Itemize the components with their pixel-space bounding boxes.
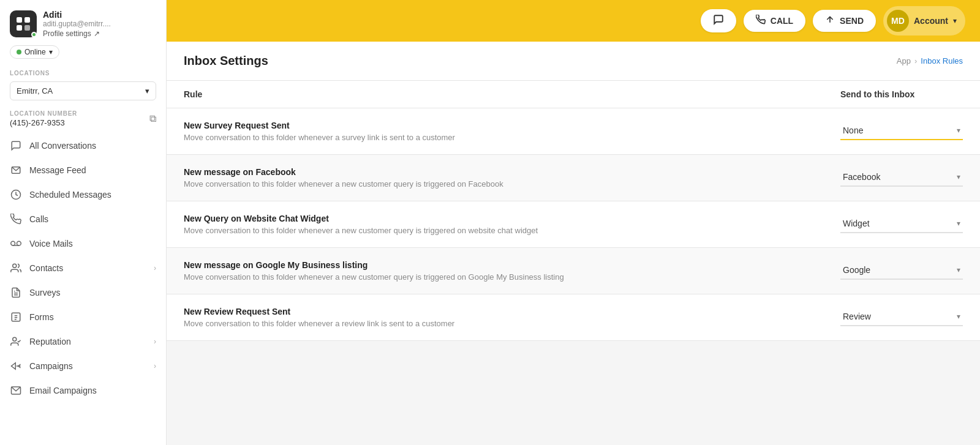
- content-area: Inbox Settings App › Inbox Rules Rule Se…: [167, 42, 980, 445]
- sidebar-item-label: Reputation: [29, 337, 71, 346]
- location-number-label: LOCATION NUMBER: [10, 110, 77, 117]
- status-chevron: ▾: [49, 48, 53, 56]
- sidebar-item-contacts[interactable]: Contacts ›: [0, 256, 166, 280]
- voicemail-icon: [10, 237, 22, 250]
- sidebar-item-scheduled-messages[interactable]: Scheduled Messages: [0, 182, 166, 207]
- rule-desc: Move conversation to this folder wheneve…: [184, 226, 840, 235]
- profile-name: Aditi: [43, 10, 111, 20]
- phone-btn-icon: [756, 15, 766, 27]
- chevron-down-icon: ▾: [957, 312, 960, 321]
- chevron-right-icon: ›: [154, 362, 156, 370]
- campaigns-icon: [10, 360, 22, 372]
- sidebar-item-label: Scheduled Messages: [29, 190, 111, 200]
- sidebar-item-label: Contacts: [29, 263, 63, 273]
- rule-select-wrapper: Google ▾: [840, 263, 963, 280]
- phone-icon: [10, 213, 22, 225]
- svg-marker-17: [12, 363, 16, 370]
- inbox-select-review[interactable]: Review ▾: [840, 309, 963, 326]
- chevron-down-icon: ▾: [957, 219, 960, 228]
- chat-icon: [10, 140, 22, 152]
- rule-info: New message on Google My Business listin…: [184, 260, 840, 282]
- call-btn-label: CALL: [771, 16, 793, 26]
- svg-point-6: [11, 241, 15, 245]
- table-row: New Review Request Sent Move conversatio…: [167, 294, 980, 341]
- clock-icon: [10, 189, 22, 201]
- sidebar-item-surveys[interactable]: Surveys: [0, 280, 166, 305]
- email-icon: [10, 384, 22, 397]
- chevron-right-icon: ›: [154, 337, 156, 346]
- svg-point-7: [17, 241, 21, 245]
- status-dot: [17, 50, 21, 54]
- sidebar-item-forms[interactable]: Forms: [0, 305, 166, 329]
- account-chevron-icon: ▾: [953, 17, 957, 25]
- copy-icon[interactable]: ⧉: [149, 113, 156, 124]
- topbar: CALL SEND MD Account ▾: [167, 0, 980, 42]
- breadcrumb-app: App: [897, 56, 911, 65]
- sidebar-item-email-campaigns[interactable]: Email Campaigns: [0, 378, 166, 403]
- sidebar-item-campaigns[interactable]: Campaigns ›: [0, 354, 166, 378]
- online-indicator: [31, 32, 37, 37]
- profile-settings-link[interactable]: Profile settings ↗: [43, 29, 111, 38]
- send-btn-label: SEND: [840, 16, 864, 26]
- call-button[interactable]: CALL: [744, 10, 805, 32]
- account-menu[interactable]: MD Account ▾: [883, 6, 965, 36]
- svg-rect-1: [24, 17, 30, 23]
- svg-point-16: [13, 337, 17, 341]
- forms-icon: [10, 311, 22, 323]
- account-avatar: MD: [887, 10, 909, 32]
- rule-desc: Move conversation to this folder wheneve…: [184, 319, 840, 328]
- chevron-down-icon: ▾: [957, 173, 960, 181]
- svg-rect-3: [24, 25, 30, 31]
- inbox-select-facebook[interactable]: Facebook ▾: [840, 170, 963, 187]
- select-value: None: [843, 125, 863, 135]
- breadcrumb-separator: ›: [914, 56, 917, 65]
- inbox-select-none[interactable]: None ▾: [840, 123, 963, 140]
- inbox-select-google[interactable]: Google ▾: [840, 263, 963, 280]
- rule-info: New Survey Request Sent Move conversatio…: [184, 121, 840, 142]
- account-label: Account: [914, 16, 948, 26]
- sidebar-item-voice-mails[interactable]: Voice Mails: [0, 231, 166, 256]
- sidebar-item-label: Email Campaigns: [29, 386, 97, 395]
- location-dropdown[interactable]: Emitrr, CA ▾: [10, 81, 156, 100]
- page-title: Inbox Settings: [184, 54, 268, 68]
- rule-info: New message on Facebook Move conversatio…: [184, 167, 840, 189]
- table-row: New message on Google My Business listin…: [167, 248, 980, 294]
- rule-desc: Move conversation to this folder wheneve…: [184, 179, 840, 189]
- rule-name: New Query on Website Chat Widget: [184, 214, 840, 223]
- sidebar-item-calls[interactable]: Calls: [0, 207, 166, 231]
- send-button[interactable]: SEND: [813, 10, 876, 32]
- status-label: Online: [24, 48, 46, 56]
- rule-select-wrapper: Facebook ▾: [840, 170, 963, 187]
- breadcrumb-current: Inbox Rules: [921, 56, 963, 65]
- contacts-icon: [10, 262, 22, 274]
- sidebar-profile: Aditi aditi.gupta@emitrr.... Profile set…: [0, 0, 166, 43]
- profile-email: aditi.gupta@emitrr....: [43, 20, 111, 28]
- chat-button[interactable]: [701, 9, 736, 32]
- table-row: New Survey Request Sent Move conversatio…: [167, 108, 980, 155]
- sidebar-item-reputation[interactable]: Reputation ›: [0, 329, 166, 354]
- location-number-row: LOCATION NUMBER (415)-267-9353 ⧉: [0, 107, 166, 131]
- rule-select-wrapper: Review ▾: [840, 309, 963, 326]
- rule-desc: Move conversation to this folder wheneve…: [184, 272, 840, 282]
- sidebar-nav: All Conversations Message Feed Scheduled…: [0, 133, 166, 403]
- sidebar: Aditi aditi.gupta@emitrr.... Profile set…: [0, 0, 167, 445]
- sidebar-item-label: Voice Mails: [29, 239, 73, 249]
- rule-name: New Survey Request Sent: [184, 121, 840, 130]
- select-value: Facebook: [843, 172, 880, 182]
- send-btn-icon: [825, 15, 835, 27]
- locations-label: LOCATIONS: [0, 65, 166, 79]
- inbox-select-widget[interactable]: Widget ▾: [840, 216, 963, 233]
- col-send-header: Send to this Inbox: [840, 89, 963, 99]
- rule-select-wrapper: None ▾: [840, 123, 963, 140]
- status-badge[interactable]: Online ▾: [10, 45, 59, 59]
- profile-info: Aditi aditi.gupta@emitrr.... Profile set…: [43, 10, 111, 38]
- chevron-right-icon: ›: [154, 264, 156, 272]
- sidebar-item-label: Surveys: [29, 288, 61, 297]
- rule-info: New Query on Website Chat Widget Move co…: [184, 214, 840, 235]
- sidebar-item-message-feed[interactable]: Message Feed: [0, 158, 166, 182]
- main-area: CALL SEND MD Account ▾ Inbox Settings Ap…: [167, 0, 980, 445]
- table-row: New message on Facebook Move conversatio…: [167, 155, 980, 201]
- app-logo: [10, 10, 37, 37]
- rule-select-wrapper: Widget ▾: [840, 216, 963, 233]
- sidebar-item-all-conversations[interactable]: All Conversations: [0, 133, 166, 158]
